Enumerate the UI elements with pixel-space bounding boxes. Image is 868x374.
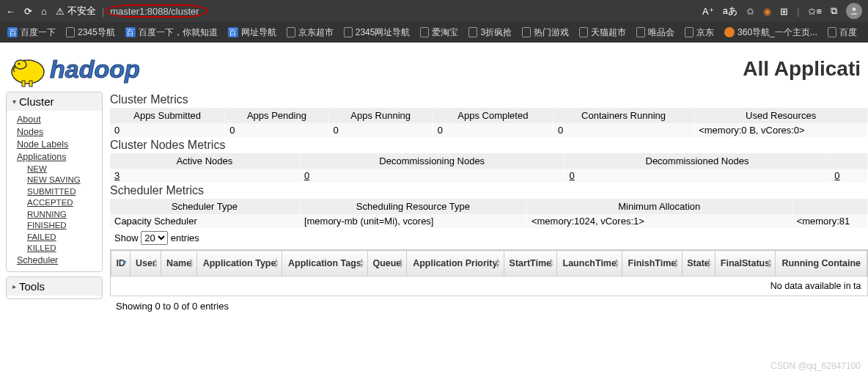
- page-size-select[interactable]: 20: [141, 231, 168, 245]
- applications-table: ID ▼ User▲▼ Name▲▼ Application Type▲▼ Ap…: [111, 250, 867, 296]
- col-starttime[interactable]: StartTime▲▼: [504, 251, 557, 276]
- back-icon[interactable]: ←: [6, 6, 15, 17]
- main-content: Cluster Metrics Apps Submitted Apps Pend…: [110, 92, 868, 316]
- svg-point-2: [15, 60, 26, 69]
- val-apps-pending: 0: [225, 123, 328, 137]
- col-state[interactable]: State▲▼: [682, 251, 715, 276]
- svg-rect-5: [29, 81, 32, 87]
- val-active-nodes[interactable]: 3: [110, 169, 299, 183]
- col-containers-running: Containers Running: [553, 108, 694, 123]
- bookmark-item[interactable]: 京东: [685, 26, 714, 39]
- sidebar-tools-header[interactable]: ▸Tools: [7, 277, 102, 296]
- sidebar-link-about[interactable]: About: [17, 114, 102, 126]
- val-apps-completed: 0: [433, 123, 553, 137]
- scheduler-metrics-table: Scheduler Type Scheduling Resource Type …: [110, 199, 868, 228]
- sidebar-state-running[interactable]: RUNNING: [27, 209, 102, 221]
- page-title: All Applicati: [743, 57, 861, 81]
- val-apps-submitted: 0: [110, 123, 225, 137]
- col-id[interactable]: ID ▼: [111, 251, 130, 276]
- favorite-icon[interactable]: ✩: [746, 6, 754, 17]
- col-scheduler-type: Scheduler Type: [110, 199, 299, 214]
- col-used-resources: Used Resources: [694, 108, 868, 123]
- col-finalstatus[interactable]: FinalStatus▲▼: [715, 251, 776, 276]
- val-resource-type: [memory-mb (unit=Mi), vcores]: [299, 214, 526, 228]
- sidebar-link-nodelabels[interactable]: Node Labels: [17, 139, 102, 151]
- text-size-icon[interactable]: A⁺: [702, 6, 714, 17]
- val-decommissioned-nodes[interactable]: 0: [564, 169, 830, 183]
- sidebar-link-scheduler[interactable]: Scheduler: [17, 254, 102, 267]
- bookmark-item[interactable]: 3折疯抢: [468, 26, 512, 39]
- col-decommissioned-nodes: Decommissioned Nodes: [564, 153, 830, 169]
- sidebar-cluster-header[interactable]: ▾Cluster: [7, 92, 102, 111]
- col-app-priority[interactable]: Application Priority▲▼: [407, 251, 504, 276]
- browser-toolbar: ← ⟳ ⌂ ⚠ 不安全 | master1:8088/cluster A⁺ aあ…: [0, 0, 868, 22]
- collections-icon[interactable]: ⧉: [831, 5, 837, 17]
- bookmark-item[interactable]: 百网址导航: [228, 26, 276, 39]
- val-scheduler-type: Capacity Scheduler: [110, 214, 299, 228]
- bookmark-item[interactable]: 百百度一下，你就知道: [125, 26, 218, 39]
- bookmark-item[interactable]: 百百度一下: [7, 26, 56, 39]
- insecure-warning: ⚠ 不安全: [56, 4, 96, 18]
- translate-icon[interactable]: aあ: [723, 4, 738, 18]
- cluster-metrics-title: Cluster Metrics: [110, 93, 868, 106]
- bookmark-item[interactable]: 360导航_一个主页...: [724, 26, 817, 39]
- sidebar-state-killed[interactable]: KILLED: [27, 243, 102, 254]
- col-queue[interactable]: Queue▲▼: [367, 251, 407, 276]
- sidebar-state-new[interactable]: NEW: [27, 164, 102, 175]
- browser-right-icons: A⁺ aあ ✩ ◉ ⊞ | ✩≡ ⧉: [702, 3, 862, 19]
- sidebar-link-nodes[interactable]: Nodes: [17, 126, 102, 139]
- col-running-containers[interactable]: Running Containe: [776, 251, 867, 276]
- table-footer-info: Showing 0 to 0 of 0 entries: [110, 296, 868, 316]
- svg-rect-4: [22, 81, 25, 87]
- bookmark-item[interactable]: 2345导航: [66, 26, 115, 39]
- url-text[interactable]: master1:8088/cluster: [110, 6, 199, 17]
- nodes-metrics-table: Active Nodes Decommissioning Nodes Decom…: [110, 153, 868, 183]
- extension-icon[interactable]: ◉: [763, 6, 771, 17]
- bookmark-item[interactable]: 天猫超市: [579, 26, 626, 39]
- svg-text:hadoop: hadoop: [50, 55, 140, 83]
- refresh-icon[interactable]: ⟳: [24, 6, 32, 17]
- col-active-nodes: Active Nodes: [110, 153, 299, 169]
- col-finishtime[interactable]: FinishTime▲▼: [622, 251, 682, 276]
- col-resource-type: Scheduling Resource Type: [299, 199, 526, 214]
- puzzle-icon[interactable]: ⊞: [780, 6, 788, 17]
- col-apps-submitted: Apps Submitted: [110, 108, 225, 123]
- col-min-allocation: Minimum Allocation: [526, 199, 792, 214]
- cluster-metrics-table: Apps Submitted Apps Pending Apps Running…: [110, 108, 868, 137]
- sidebar-link-applications[interactable]: Applications: [17, 151, 102, 164]
- col-extra: [830, 153, 868, 169]
- svg-point-0: [853, 7, 856, 11]
- col-app-tags[interactable]: Application Tags▲▼: [282, 251, 367, 276]
- sidebar-state-newsaving[interactable]: NEW SAVING: [27, 175, 102, 186]
- sidebar-state-failed[interactable]: FAILED: [27, 232, 102, 243]
- col-user[interactable]: User▲▼: [130, 251, 161, 276]
- col-apps-running: Apps Running: [328, 108, 433, 123]
- bookmarks-bar: 百百度一下 2345导航 百百度一下，你就知道 百网址导航 京东超市 2345网…: [0, 22, 868, 43]
- avatar[interactable]: [846, 3, 862, 19]
- scheduler-metrics-title: Scheduler Metrics: [110, 184, 868, 197]
- sidebar-state-accepted[interactable]: ACCEPTED: [27, 197, 102, 209]
- val-min-allocation: <memory:1024, vCores:1>: [526, 214, 792, 228]
- col-launchtime[interactable]: LaunchTime▲▼: [557, 251, 622, 276]
- entries-label: entries: [171, 232, 199, 243]
- bookmark-item[interactable]: 京东超市: [287, 26, 334, 39]
- bookmark-item[interactable]: 2345网址导航: [344, 26, 411, 39]
- home-icon[interactable]: ⌂: [41, 6, 47, 17]
- col-name[interactable]: Name▲▼: [161, 251, 197, 276]
- sidebar-state-finished[interactable]: FINISHED: [27, 220, 102, 232]
- no-data-row: No data available in ta: [111, 276, 867, 296]
- favorites-list-icon[interactable]: ✩≡: [808, 6, 822, 17]
- sidebar-state-submitted[interactable]: SUBMITTED: [27, 186, 102, 198]
- show-label: Show: [114, 232, 139, 243]
- bookmark-item[interactable]: 百度: [828, 26, 857, 39]
- col-sched-extra: [792, 199, 867, 214]
- bookmark-item[interactable]: 爱淘宝: [420, 26, 458, 39]
- val-containers-running: 0: [553, 123, 694, 137]
- col-app-type[interactable]: Application Type▲▼: [196, 251, 282, 276]
- bookmark-item[interactable]: 热门游戏: [522, 26, 569, 39]
- val-extra[interactable]: 0: [830, 169, 868, 183]
- bookmark-item[interactable]: 唯品会: [636, 26, 674, 39]
- col-decommissioning-nodes: Decommissioning Nodes: [299, 153, 564, 169]
- val-decommissioning-nodes[interactable]: 0: [299, 169, 564, 183]
- sidebar: ▾Cluster About Nodes Node Labels Applica…: [6, 92, 103, 316]
